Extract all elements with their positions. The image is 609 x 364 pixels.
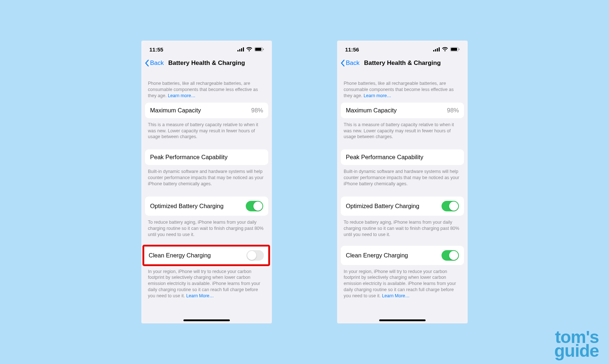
- intro-learn-more-link[interactable]: Learn more…: [168, 93, 195, 98]
- maximum-capacity-row[interactable]: Maximum Capacity 98%: [341, 103, 464, 118]
- peak-performance-row[interactable]: Peak Performance Capability: [341, 149, 464, 165]
- toggle-knob: [247, 251, 256, 260]
- battery-icon: [254, 46, 264, 53]
- peak-performance-row[interactable]: Peak Performance Capability: [145, 149, 268, 165]
- optimized-charging-row: Optimized Battery Charging: [341, 197, 464, 216]
- wifi-icon: [246, 46, 252, 53]
- status-time: 11:55: [149, 46, 163, 53]
- clean-energy-footer: In your region, iPhone will try to reduc…: [337, 266, 468, 301]
- intro-text-body: Phone batteries, like all rechargeable b…: [148, 81, 258, 98]
- maximum-capacity-footer: This is a measure of battery capacity re…: [337, 120, 468, 142]
- watermark-line2: guide: [554, 344, 599, 357]
- svg-rect-0: [237, 50, 239, 51]
- svg-rect-6: [263, 49, 264, 50]
- clean-energy-learn-more-link[interactable]: Learn More…: [186, 293, 214, 298]
- intro-text-body: Phone batteries, like all rechargeable b…: [344, 81, 453, 98]
- optimized-charging-label: Optimized Battery Charging: [150, 203, 246, 210]
- svg-rect-2: [241, 48, 242, 51]
- chevron-left-icon: [340, 59, 345, 67]
- toggle-knob: [253, 202, 262, 211]
- back-button[interactable]: Back: [144, 59, 164, 67]
- svg-rect-5: [255, 48, 261, 51]
- page-title: Battery Health & Charging: [168, 59, 245, 67]
- toggle-knob: [449, 202, 458, 211]
- cellular-icon: [237, 46, 244, 53]
- clean-energy-toggle[interactable]: [246, 250, 264, 261]
- svg-rect-13: [459, 49, 460, 50]
- intro-text: Phone batteries, like all rechargeable b…: [337, 71, 468, 101]
- battery-icon: [450, 46, 460, 53]
- cellular-icon: [433, 46, 440, 53]
- optimized-charging-toggle[interactable]: [246, 201, 263, 211]
- status-time: 11:56: [345, 46, 359, 53]
- svg-rect-9: [437, 48, 438, 51]
- maximum-capacity-value: 98%: [251, 107, 263, 114]
- optimized-charging-row: Optimized Battery Charging: [145, 197, 268, 216]
- peak-performance-label: Peak Performance Capability: [346, 154, 459, 161]
- phone-left: 11:55 Back Battery Health & Charging Pho…: [141, 41, 272, 323]
- toggle-knob: [449, 251, 458, 260]
- peak-performance-label: Peak Performance Capability: [150, 154, 263, 161]
- back-label: Back: [150, 59, 164, 67]
- status-bar: 11:55: [141, 41, 272, 55]
- maximum-capacity-value: 98%: [447, 107, 459, 114]
- screenshot-stage: 11:55 Back Battery Health & Charging Pho…: [50, 30, 559, 334]
- clean-energy-toggle[interactable]: [442, 250, 459, 261]
- chevron-left-icon: [144, 59, 149, 67]
- clean-energy-label: Clean Energy Charging: [149, 252, 246, 259]
- optimized-charging-footer: To reduce battery aging, iPhone learns f…: [141, 217, 272, 240]
- status-icons: [433, 46, 460, 53]
- intro-learn-more-link[interactable]: Learn more…: [364, 93, 391, 98]
- clean-energy-label: Clean Energy Charging: [346, 252, 442, 259]
- watermark-logo: tom's guide: [554, 330, 599, 357]
- back-button[interactable]: Back: [340, 59, 360, 67]
- peak-performance-footer: Built-in dynamic software and hardware s…: [141, 166, 272, 189]
- optimized-charging-toggle[interactable]: [442, 201, 459, 211]
- maximum-capacity-footer: This is a measure of battery capacity re…: [141, 120, 272, 142]
- clean-energy-learn-more-link[interactable]: Learn More…: [382, 293, 410, 298]
- back-label: Back: [346, 59, 360, 67]
- home-indicator[interactable]: [183, 319, 230, 321]
- svg-rect-3: [243, 47, 244, 51]
- clean-energy-row: Clean Energy Charging: [341, 246, 464, 265]
- status-icons: [237, 46, 264, 53]
- settings-content[interactable]: Phone batteries, like all rechargeable b…: [337, 71, 468, 323]
- svg-rect-12: [451, 48, 457, 51]
- clean-energy-row: Clean Energy Charging: [144, 246, 269, 265]
- status-bar: 11:56: [337, 41, 468, 55]
- svg-rect-7: [433, 50, 434, 51]
- intro-text: Phone batteries, like all rechargeable b…: [141, 71, 272, 101]
- svg-rect-1: [239, 49, 240, 51]
- nav-bar: Back Battery Health & Charging: [141, 55, 272, 71]
- home-indicator[interactable]: [379, 319, 426, 321]
- nav-bar: Back Battery Health & Charging: [337, 55, 468, 71]
- phone-right: 11:56 Back Battery Health & Charging Pho…: [337, 41, 468, 323]
- optimized-charging-label: Optimized Battery Charging: [346, 203, 442, 210]
- maximum-capacity-label: Maximum Capacity: [346, 107, 447, 114]
- clean-energy-footer: In your region, iPhone will try to reduc…: [141, 266, 272, 301]
- settings-content[interactable]: Phone batteries, like all rechargeable b…: [141, 71, 272, 323]
- optimized-charging-footer: To reduce battery aging, iPhone learns f…: [337, 217, 468, 240]
- maximum-capacity-row[interactable]: Maximum Capacity 98%: [145, 103, 268, 118]
- page-title: Battery Health & Charging: [364, 59, 441, 67]
- maximum-capacity-label: Maximum Capacity: [150, 107, 251, 114]
- wifi-icon: [442, 46, 448, 53]
- svg-rect-10: [439, 47, 440, 51]
- svg-rect-8: [435, 49, 436, 51]
- peak-performance-footer: Built-in dynamic software and hardware s…: [337, 166, 468, 189]
